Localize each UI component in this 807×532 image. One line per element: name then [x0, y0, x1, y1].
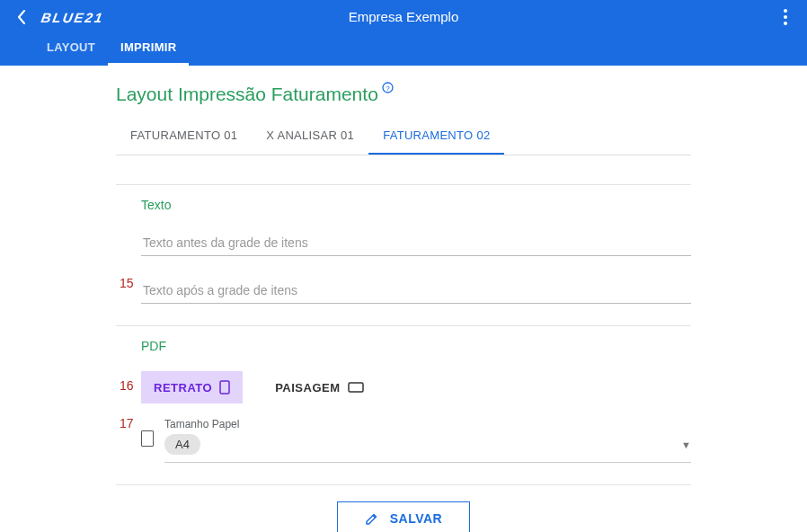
annotation-17: 17: [120, 416, 134, 430]
edit-icon: [365, 511, 379, 526]
svg-rect-5: [220, 381, 229, 394]
orientation-paisagem[interactable]: PAISAGEM: [262, 372, 376, 403]
divider: [116, 484, 691, 485]
app-bar: BLUE21 Empresa Exemplo LAYOUT IMPRIMIR: [0, 0, 807, 66]
svg-point-1: [784, 15, 787, 19]
appbar-title: Empresa Exemplo: [0, 9, 807, 24]
save-button-label: SALVAR: [390, 511, 442, 526]
svg-rect-6: [349, 383, 363, 392]
section-texto: Texto Texto antes da grade de itens 15 T…: [116, 184, 691, 304]
chevron-down-icon: ▼: [681, 439, 691, 450]
paper-size-value: A4: [164, 434, 200, 455]
sub-tabs: FATURAMENTO 01 X ANALISAR 01 FATURAMENTO…: [116, 118, 691, 155]
save-button[interactable]: SALVAR: [337, 501, 470, 532]
help-icon[interactable]: ?: [382, 82, 394, 93]
svg-point-2: [784, 22, 787, 25]
retrato-label: RETRATO: [154, 381, 212, 395]
svg-text:?: ?: [386, 84, 390, 93]
more-button[interactable]: [775, 6, 796, 28]
section-pdf: PDF 16 RETRATO PAISAGEM: [116, 325, 691, 463]
landscape-icon: [348, 382, 364, 393]
tab-x-analisar-01[interactable]: X ANALISAR 01: [252, 118, 368, 155]
top-tabs: LAYOUT IMPRIMIR: [0, 34, 807, 66]
tab-faturamento-01[interactable]: FATURAMENTO 01: [116, 118, 252, 155]
orientation-retrato[interactable]: RETRATO: [141, 371, 243, 403]
annotation-15: 15: [120, 276, 134, 290]
tab-faturamento-02[interactable]: FATURAMENTO 02: [368, 118, 504, 155]
more-vert-icon: [784, 9, 787, 25]
texto-apos-input[interactable]: Texto após a grade de itens: [141, 278, 691, 304]
logo: BLUE21: [40, 10, 106, 25]
tab-imprimir[interactable]: IMPRIMIR: [108, 33, 189, 66]
portrait-icon: [219, 380, 230, 395]
section-head-pdf: PDF: [141, 339, 691, 353]
texto-antes-input[interactable]: Texto antes da grade de itens: [141, 230, 691, 256]
chevron-left-icon: [17, 10, 26, 24]
back-button[interactable]: [11, 6, 32, 28]
paper-size-select[interactable]: A4 ▼: [164, 434, 691, 463]
paper-icon: [141, 430, 154, 447]
page: Layout Impressão Faturamento ? FATURAMEN…: [116, 84, 691, 532]
tab-layout[interactable]: LAYOUT: [34, 33, 108, 66]
annotation-16: 16: [120, 378, 134, 393]
paper-size-label: Tamanho Papel: [164, 418, 691, 430]
svg-point-0: [784, 9, 787, 13]
page-title: Layout Impressão Faturamento: [116, 84, 378, 105]
paisagem-label: PAISAGEM: [275, 381, 340, 395]
section-head-texto: Texto: [141, 198, 691, 212]
